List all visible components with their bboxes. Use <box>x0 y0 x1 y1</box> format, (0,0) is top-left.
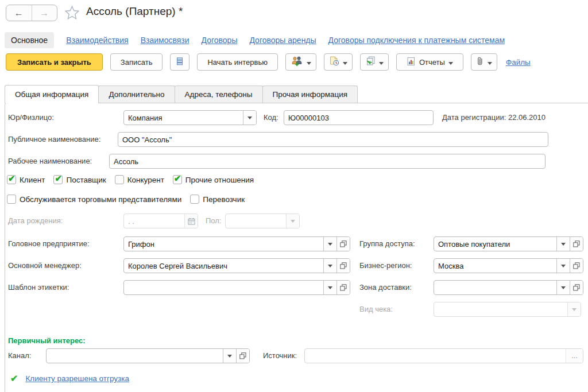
chevron-down-icon[interactable] <box>323 281 336 294</box>
head-company-label: Головное предприятие: <box>8 236 90 251</box>
checkbox-label: Клиент <box>20 176 45 184</box>
open-icon[interactable] <box>336 259 350 273</box>
open-icon[interactable] <box>570 281 583 294</box>
shipment-allowed-check-icon: ✔ <box>10 373 18 384</box>
checkbox-served-by-sales-reps[interactable]: ✔ Обслуживается торговыми представителям… <box>7 195 181 204</box>
chevron-down-icon[interactable] <box>556 237 570 251</box>
dropdown-arrow-icon <box>307 58 311 67</box>
receipt-type-value <box>434 302 567 316</box>
checkbox-label: Перевозчик <box>203 195 245 204</box>
registration-date-text: Дата регистрации: 22.06.2010 <box>442 110 546 125</box>
delivery-zone-label: Зона доставки: <box>359 280 412 295</box>
nav-item-contracts[interactable]: Договоры <box>202 36 238 45</box>
chevron-down-icon[interactable] <box>556 281 570 294</box>
working-name-input[interactable] <box>110 154 545 168</box>
service-flags-row: ✔ Обслуживается торговыми представителям… <box>7 195 245 204</box>
nav-item-relations[interactable]: Взаимосвязи <box>141 36 189 45</box>
reports-button[interactable]: Отчеты <box>396 53 463 71</box>
primary-interest-section-label: Первичный интерес: <box>8 336 86 346</box>
start-interview-button[interactable]: Начать интервью <box>197 53 278 71</box>
head-company-select[interactable]: Грифон <box>123 236 350 251</box>
checkbox-competitor[interactable]: ✔ Конкурент <box>115 175 164 184</box>
shipment-allowed-link[interactable]: Клиенту разрешена отгрузка <box>25 374 129 383</box>
entity-type-select[interactable]: Компания <box>123 110 257 125</box>
checkbox-label: Обслуживается торговыми представителями <box>20 195 181 204</box>
code-label: Код: <box>264 110 278 125</box>
business-region-value: Москва <box>434 259 556 273</box>
working-name-label: Рабочее наименование: <box>8 154 92 169</box>
check-icon: ✔ <box>8 173 16 184</box>
bar-chart-icon <box>407 57 416 68</box>
nav-item-payment-system-contracts[interactable]: Договоры подключения к платежным система… <box>328 36 505 45</box>
tab-other-info[interactable]: Прочая информация <box>262 86 358 103</box>
open-icon[interactable] <box>336 237 350 251</box>
checkbox-other-relations[interactable]: ✔ Прочие отношения <box>173 175 254 184</box>
public-name-input[interactable] <box>118 133 548 146</box>
source-input[interactable]: ... <box>304 348 583 363</box>
checkbox-carrier[interactable]: ✔ Перевозчик <box>190 195 245 204</box>
delivery-zone-value <box>434 281 556 294</box>
shipment-status-row: ✔ Клиенту разрешена отгрузка <box>10 373 129 384</box>
paperclip-icon <box>476 56 484 68</box>
relation-flags-row: ✔ Клиент ✔ Поставщик ✔ Конкурент ✔ Прочи… <box>7 175 254 184</box>
save-button[interactable]: Записать <box>110 53 163 71</box>
back-button[interactable]: ← <box>6 5 32 21</box>
list-icon <box>175 57 184 68</box>
checkbox-label: Конкурент <box>127 176 164 184</box>
tab-addresses-phones[interactable]: Адреса, телефоны <box>175 86 263 103</box>
chevron-down-icon[interactable] <box>323 237 336 251</box>
checkbox-supplier[interactable]: ✔ Поставщик <box>53 175 106 184</box>
code-input[interactable] <box>284 111 433 125</box>
form-tabs: Общая информация Дополнительно Адреса, т… <box>5 85 358 103</box>
tab-general-info[interactable]: Общая информация <box>5 85 99 103</box>
checkbox-box: ✔ <box>7 195 16 204</box>
access-group-select[interactable]: Оптовые покупатели <box>434 236 583 251</box>
label-template-label: Шаблон этикетки: <box>8 280 69 295</box>
save-and-close-button[interactable]: Записать и закрыть <box>6 53 103 71</box>
attach-file-button[interactable] <box>471 53 497 71</box>
working-name-input-wrap <box>109 154 546 169</box>
add-contact-button[interactable] <box>285 53 316 71</box>
partner-card-window: ← → Ассоль (Партнер) * Основное Взаимоде… <box>0 0 588 392</box>
checkbox-box: ✔ <box>173 175 182 184</box>
access-group-label: Группа доступа: <box>359 236 415 251</box>
open-icon[interactable] <box>570 237 583 251</box>
open-icon[interactable] <box>336 281 350 294</box>
delivery-zone-select[interactable] <box>434 280 583 295</box>
public-name-label: Публичное наименование: <box>8 132 100 147</box>
tab-additional[interactable]: Дополнительно <box>98 86 175 103</box>
main-manager-select[interactable]: Королев Сергей Васильевич <box>123 258 350 273</box>
document-clock-icon <box>329 56 339 68</box>
favorite-star-icon[interactable] <box>64 5 80 22</box>
add-contact-icon <box>291 56 303 68</box>
business-region-select[interactable]: Москва <box>434 258 583 273</box>
forward-button[interactable]: → <box>32 5 57 21</box>
receipt-type-label: Вид чека: <box>359 302 393 317</box>
receipt-type-select <box>434 302 581 317</box>
files-link[interactable]: Файлы <box>506 58 531 67</box>
interaction-button[interactable] <box>324 53 353 71</box>
chevron-down-icon[interactable] <box>323 259 336 273</box>
check-icon: ✔ <box>174 173 181 184</box>
open-icon[interactable] <box>570 259 583 273</box>
create-based-on-button[interactable] <box>360 53 389 71</box>
checkbox-client[interactable]: ✔ Клиент <box>7 175 45 184</box>
open-icon[interactable] <box>236 349 249 363</box>
label-template-select[interactable] <box>123 280 350 295</box>
nav-item-interactions[interactable]: Взаимодействия <box>66 36 129 45</box>
chevron-down-icon[interactable] <box>223 349 236 363</box>
ellipsis-button[interactable]: ... <box>566 349 583 363</box>
chevron-down-icon[interactable] <box>556 259 570 273</box>
dropdown-arrow-icon <box>448 58 453 67</box>
nav-item-lease-contracts[interactable]: Договоры аренды <box>249 36 316 45</box>
entity-type-label: Юр/Физлицо: <box>8 110 54 125</box>
chevron-down-icon[interactable] <box>243 111 256 125</box>
structure-list-button[interactable] <box>170 53 189 71</box>
nav-item-main[interactable]: Основное <box>5 32 54 48</box>
reports-button-label: Отчеты <box>419 58 445 67</box>
channel-select[interactable] <box>46 348 250 363</box>
checkbox-box: ✔ <box>7 175 16 184</box>
check-icon: ✔ <box>55 173 62 184</box>
label-template-value <box>124 281 323 294</box>
gender-label: Пол: <box>206 214 222 228</box>
